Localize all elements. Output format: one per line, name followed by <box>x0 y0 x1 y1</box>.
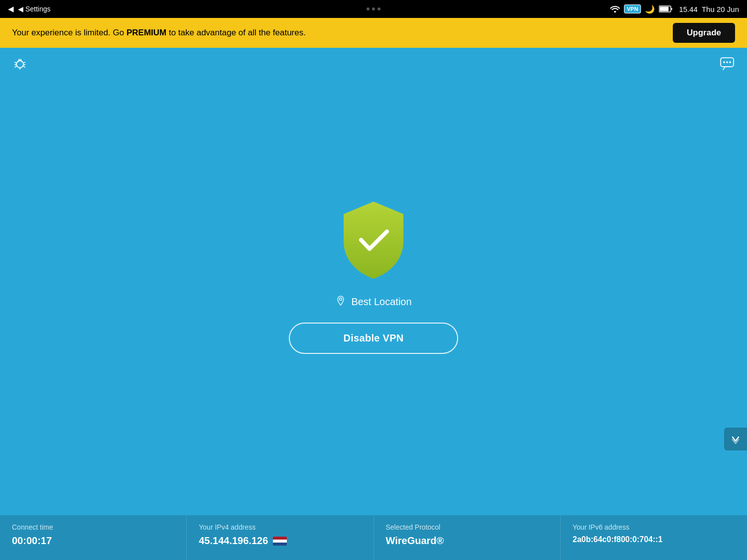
shield-icon[interactable] <box>339 199 408 281</box>
vpn-status-badge: VPN <box>624 4 641 13</box>
chat-icon[interactable] <box>719 56 735 74</box>
status-bar: ◀ ◀ Settings VPN 🌙 15.44 Thu 20 Jun <box>0 0 747 18</box>
svg-line-10 <box>15 66 16 67</box>
status-center <box>367 7 380 10</box>
ipv6-value: 2a0b:64c0:f800:0:704::1 <box>573 535 735 544</box>
disable-vpn-button[interactable]: Disable VPN <box>289 323 458 354</box>
svg-point-15 <box>726 61 728 63</box>
moon-icon: 🌙 <box>645 4 655 14</box>
bug-icon[interactable] <box>12 56 28 74</box>
premium-label: PREMIUM <box>126 28 166 37</box>
svg-point-0 <box>614 11 616 12</box>
shield-container: Best Location Disable VPN <box>289 199 458 354</box>
banner-text: Your experience is limited. Go PREMIUM t… <box>12 28 306 38</box>
expand-button[interactable] <box>724 428 747 450</box>
dot-3 <box>377 7 380 10</box>
location-row: Best Location <box>335 295 411 309</box>
protocol-label: Selected Protocol <box>386 523 548 531</box>
svg-line-11 <box>23 66 25 67</box>
ipv4-value: 45.144.196.126 <box>199 535 361 547</box>
protocol-cell: Selected Protocol WireGuard® <box>374 515 561 560</box>
info-panel: Connect time 00:00:17 Your IPv4 address … <box>0 515 747 560</box>
main-area: Best Location Disable VPN <box>0 48 747 515</box>
svg-point-14 <box>723 61 725 63</box>
netherlands-flag <box>273 537 287 546</box>
battery-icon <box>659 5 673 12</box>
dot-2 <box>372 7 375 10</box>
upgrade-button[interactable]: Upgrade <box>673 23 735 43</box>
date: Thu 20 Jun <box>702 5 739 13</box>
ipv4-label: Your IPv4 address <box>199 523 361 531</box>
svg-rect-2 <box>660 7 669 11</box>
connect-time-value: 00:00:17 <box>12 535 174 547</box>
protocol-value: WireGuard® <box>386 535 548 547</box>
svg-line-6 <box>15 62 16 63</box>
top-bar <box>0 48 747 82</box>
ipv6-cell: Your IPv6 address 2a0b:64c0:f800:0:704::… <box>561 515 747 560</box>
connect-time-cell: Connect time 00:00:17 <box>0 515 187 560</box>
status-left: ◀ ◀ Settings <box>8 4 50 13</box>
location-pin-icon <box>335 295 346 309</box>
promo-banner: Your experience is limited. Go PREMIUM t… <box>0 18 747 48</box>
time: 15.44 <box>679 5 698 13</box>
back-label[interactable]: ◀ Settings <box>18 5 50 13</box>
wifi-icon <box>610 5 620 12</box>
status-right: VPN 🌙 15.44 Thu 20 Jun <box>610 4 739 14</box>
dot-1 <box>367 7 370 10</box>
location-label: Best Location <box>351 296 411 308</box>
connect-time-label: Connect time <box>12 523 174 531</box>
ipv6-label: Your IPv6 address <box>573 523 735 531</box>
svg-line-8 <box>23 62 25 63</box>
svg-point-16 <box>729 61 731 63</box>
ipv4-cell: Your IPv4 address 45.144.196.126 <box>187 515 374 560</box>
back-button[interactable]: ◀ <box>8 4 14 13</box>
svg-point-17 <box>340 298 342 301</box>
